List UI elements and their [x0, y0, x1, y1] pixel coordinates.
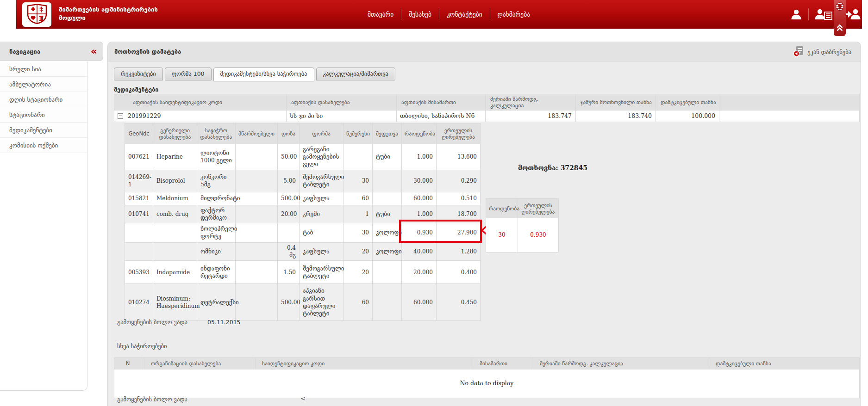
table-cell: 5.00: [278, 170, 300, 192]
nav-item-1[interactable]: შესახებ: [401, 9, 439, 20]
table-cell: ნოლიპრელი ფორტე: [197, 223, 236, 242]
table-cell: 010741: [125, 205, 153, 223]
medications-detail-table: GeoNdcგენერიული დასახელებასავაჭრო დასახე…: [125, 123, 481, 321]
table-cell: 30: [343, 223, 373, 242]
table-cell: 1.000: [402, 205, 437, 223]
column-header: დამტკიცებული თანხა: [656, 94, 719, 111]
collapse-row-icon[interactable]: [118, 113, 123, 119]
table-cell: 20.000: [402, 261, 437, 284]
annotation-value: 30: [486, 218, 518, 252]
top-nav: მთავარიშესახებკონტაქტებიდახმარება: [360, 0, 537, 29]
column-header: დოზა: [278, 123, 300, 144]
column-header: ნუმერუსი: [343, 123, 373, 144]
medication-row[interactable]: 014269-1Bisoprololკონკორი 5მგ5.00შემოგარ…: [125, 170, 481, 192]
request-note-label: მოთხოვნა:: [518, 164, 558, 172]
table-cell: 40.000: [402, 242, 437, 260]
table-cell: დეტრალექსი: [197, 284, 236, 321]
collapse-header-icon[interactable]: [836, 23, 844, 33]
tab-2[interactable]: მედიკამენტები/სხვა საჭიროება: [213, 68, 314, 81]
table-cell: 13.600: [437, 144, 481, 170]
column-header: GeoNdc: [125, 123, 153, 144]
app-logo[interactable]: [22, 2, 51, 27]
table-cell: 015821: [125, 192, 153, 205]
table-cell: ტაბ: [300, 223, 343, 242]
table-cell: აპკიანი გარსით დაფარული ტაბლეტი: [300, 284, 343, 321]
pharmacy-row[interactable]: 201991229სს ჯი პი სითბილისი, სანაპიროს N…: [114, 111, 860, 122]
table-cell: Heparine: [153, 144, 197, 170]
table-cell: ომნიკი: [197, 242, 236, 260]
sidebar-item-0[interactable]: სრული სია: [0, 62, 87, 77]
header-user-icons: [784, 0, 867, 29]
nav-item-3[interactable]: დახმარება: [490, 9, 537, 20]
app-title-line2: მოდული: [59, 14, 158, 22]
table-cell: კოლოფი: [373, 242, 402, 260]
table-cell: 0.4 მგ: [278, 242, 300, 260]
medication-row[interactable]: 005393Indapamideინდაფონი რეტარდი1.50შემო…: [125, 261, 481, 284]
column-header: შეფუთვა: [373, 123, 402, 144]
page-title: მოთხოვნის დამატება: [114, 42, 181, 62]
tab-1[interactable]: ფორმა 100: [165, 68, 212, 80]
sidebar-nav: სრული სიაამბულატორიადღის სტაციონარისტაცი…: [0, 62, 87, 391]
table-cell: Bisoprolol: [153, 170, 197, 192]
table-header-row: GeoNdcგენერიული დასახელებასავაჭრო დასახე…: [125, 123, 481, 144]
table-cell: [373, 261, 402, 284]
chevron-left-icon[interactable]: <: [300, 395, 306, 402]
table-cell: შემოგარსული ტაბლეტი: [300, 170, 343, 192]
panel-header: მოთხოვნის დამატება უკან დაბრუნება: [108, 42, 861, 62]
table-cell: Diosminum; Haesperidinum: [153, 284, 197, 321]
table-cell: კაფსულა: [300, 192, 343, 205]
request-note: მოთხოვნა: 372845: [518, 164, 587, 172]
table-cell: 60: [343, 192, 373, 205]
table-cell: 50.00: [278, 144, 300, 170]
table-cell: 60.000: [402, 284, 437, 321]
table-cell: Indapamide: [153, 261, 197, 284]
globe-icon[interactable]: [835, 2, 844, 13]
column-header: N: [114, 358, 144, 369]
medication-row[interactable]: ომნიკი0.4 მგკაფსულა20კოლოფი40.0001.280: [125, 242, 481, 260]
user-icon[interactable]: [784, 9, 808, 20]
column-header: ერთეულის ღირებულება: [437, 123, 481, 144]
empty-row: No data to display: [114, 369, 860, 398]
sidebar-item-1[interactable]: ამბულატორია: [0, 77, 87, 92]
nav-item-0[interactable]: მთავარი: [360, 9, 401, 20]
app-header: მიმართვების ადმინისტრირების მოდული მთავა…: [16, 0, 862, 29]
table-cell: [236, 261, 278, 284]
medication-row[interactable]: 015821Meldoniumმილდრონატი500.00კაფსულა60…: [125, 192, 481, 205]
column-header: საიდენტიფიკაციო კოდი: [256, 358, 473, 369]
tab-3[interactable]: კალკულაცია/მიმართვა: [316, 68, 395, 80]
sidebar-item-3[interactable]: სტაციონარი: [0, 107, 87, 123]
table-cell: [343, 144, 373, 170]
table-cell: [373, 170, 402, 192]
table-cell: 20: [343, 242, 373, 260]
pharmacy-code-cell: 201991229: [114, 111, 287, 122]
main-panel: მოთხოვნის დამატება უკან დაბრუნება რეკვიზ…: [107, 42, 861, 406]
sidebar-item-2[interactable]: დღის სტაციონარი: [0, 92, 87, 107]
medication-row[interactable]: 010741comb. drugფაქტორ დერმიკო20.00კრემი…: [125, 205, 481, 223]
table-cell: კრემი: [300, 205, 343, 223]
annotation-value: 0.930: [518, 218, 559, 252]
back-button[interactable]: უკან დაბრუნება: [790, 46, 854, 58]
app-title: მიმართვების ადმინისტრირების მოდული: [59, 6, 158, 22]
medication-row[interactable]: ნოლიპრელი ფორტეტაბ30კოლოფი0.93027.900: [125, 223, 481, 242]
medication-row[interactable]: 007621Heparineლიოტონი 1000 გელი50.00გარე…: [125, 144, 481, 170]
column-header: ფორმა: [300, 123, 343, 144]
table-cell: 20: [343, 261, 373, 284]
table-cell: 0.400: [437, 261, 481, 284]
table-cell: 100.000: [656, 111, 719, 122]
table-cell: 010274: [125, 284, 153, 321]
table-header-row: რაოდენობაერთეულის ღირებულება: [486, 199, 559, 218]
sidebar-item-5[interactable]: კომისიის ოქმები: [0, 138, 87, 153]
medication-row[interactable]: 010274Diosminum; Haesperidinumდეტრალექსი…: [125, 284, 481, 321]
table-cell: 30.000: [402, 170, 437, 192]
table-cell: კონკორი 5მგ: [197, 170, 236, 192]
sidebar-collapse-icon[interactable]: «: [91, 47, 97, 56]
table-cell: კოლოფი: [373, 223, 402, 242]
sidebar-item-4[interactable]: მედიკამენტები: [0, 123, 87, 138]
header-utility-strip: [834, 0, 846, 36]
other-needs-table: Nორგანიზაციის დასახელებასაიდენტიფიკაციო …: [114, 357, 860, 398]
nav-item-2[interactable]: კონტაქტები: [439, 9, 490, 20]
column-header: აფთიაქის მისამართი: [397, 94, 486, 111]
tab-0[interactable]: რეკვიზიტები: [114, 68, 163, 80]
pharmacy-code: 201991229: [128, 112, 161, 119]
table-cell: 1.280: [437, 242, 481, 260]
